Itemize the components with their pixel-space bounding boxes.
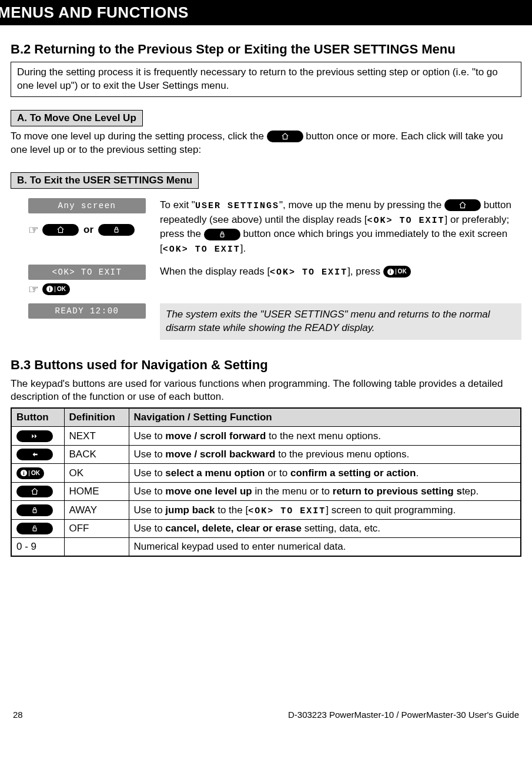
- b2-step3-left: READY 12:00: [28, 303, 146, 340]
- b2-step2-buttons: ☞ iOK: [28, 283, 146, 295]
- text: Use to: [134, 504, 166, 516]
- svg-rect-3: [33, 528, 36, 531]
- page-footer: 28 D-303223 PowerMaster-10 / PowerMaster…: [11, 710, 521, 725]
- seg-text: <OK> TO EXIT: [248, 506, 326, 516]
- cell-function: Use to move one level up in the menu or …: [129, 482, 521, 501]
- cell-function: Use to jump back to the [<OK> TO EXIT] s…: [129, 501, 521, 520]
- button-table: Button Definition Navigation / Setting F…: [11, 407, 521, 557]
- cell-button: [11, 519, 64, 538]
- b2-b-subhead: B. To Exit the USER SETTINGS Menu: [11, 172, 199, 189]
- ok-button-icon: iOK: [42, 283, 70, 295]
- col-function: Navigation / Setting Function: [129, 408, 521, 427]
- b3-heading: B.3 Buttons used for Navigation & Settin…: [11, 357, 521, 373]
- back-button-icon: [16, 449, 53, 460]
- b2-note: The system exits the "USER SETTINGS" men…: [160, 303, 521, 340]
- text-bold: move / scroll forward: [165, 430, 266, 442]
- text: Use to: [134, 449, 166, 460]
- text: To exit ": [160, 199, 195, 210]
- text: or to: [265, 467, 290, 479]
- page-header: MENUS AND FUNCTIONS: [0, 0, 532, 25]
- lcd-ready: READY 12:00: [28, 303, 146, 319]
- text-bold: move one level up: [165, 486, 252, 497]
- cell-function: Use to move / scroll forward to the next…: [129, 427, 521, 446]
- cell-function: Use to cancel, delete, clear or erase se…: [129, 519, 521, 538]
- cell-definition: BACK: [64, 445, 129, 464]
- table-row: NEXT Use to move / scroll forward to the…: [11, 427, 521, 446]
- b2-a-paragraph: To move one level up during the setting …: [11, 130, 521, 157]
- col-button: Button: [11, 408, 64, 427]
- off-button-icon: [16, 523, 53, 534]
- page-body: B.2 Returning to the Previous Step or Ex…: [0, 42, 532, 736]
- seg-text: <OK> TO EXIT: [163, 245, 240, 255]
- text-bold: select a menu option: [165, 467, 265, 479]
- text: ] screen to quit programming.: [326, 504, 456, 516]
- table-header-row: Button Definition Navigation / Setting F…: [11, 408, 521, 427]
- ok-button-icon: iOK: [16, 467, 44, 479]
- table-row: 0 - 9 Numerical keypad used to enter num…: [11, 538, 521, 557]
- cell-button: [11, 501, 64, 520]
- text: Use to: [134, 430, 166, 442]
- cell-function: Use to move / scroll backward to the pre…: [129, 445, 521, 464]
- cell-button: [11, 445, 64, 464]
- cell-definition: [64, 538, 129, 557]
- away-button-icon: [16, 504, 53, 516]
- table-row: AWAY Use to jump back to the [<OK> TO EX…: [11, 501, 521, 520]
- ok-button-icon: iOK: [383, 266, 411, 278]
- text: to the previous menu options.: [275, 449, 409, 460]
- text: Use to: [134, 467, 166, 479]
- text-bold: jump back: [165, 504, 215, 516]
- text: Use to: [134, 523, 166, 534]
- text: ].: [240, 243, 246, 254]
- cell-button: [11, 482, 64, 501]
- b2-step1-buttons: ☞ or: [28, 224, 146, 236]
- cell-button: [11, 427, 64, 446]
- b3-intro: The keypad's buttons are used for variou…: [11, 377, 521, 404]
- text: in the menu or to: [252, 486, 333, 497]
- cell-definition: OFF: [64, 519, 129, 538]
- text: setting, data, etc.: [302, 523, 380, 534]
- text: ], press: [347, 266, 383, 277]
- cell-button: iOK: [11, 464, 64, 483]
- doc-title: D-303223 PowerMaster-10 / PowerMaster-30…: [288, 710, 519, 720]
- b2-intro: During the setting process it is frequen…: [11, 62, 521, 97]
- b2-step2-left: <OK> TO EXIT ☞ iOK: [28, 265, 146, 295]
- away-button-icon: [204, 229, 240, 240]
- table-row: HOME Use to move one level up in the men…: [11, 482, 521, 501]
- text: To move one level up during the setting …: [11, 131, 267, 142]
- text-bold: confirm a setting or action: [290, 467, 416, 479]
- or-text: or: [83, 224, 93, 236]
- table-row: iOK OK Use to select a menu option or to…: [11, 464, 521, 483]
- lcd-any-screen: Any screen: [28, 198, 146, 213]
- b2-step2-text: When the display reads [<OK> TO EXIT], p…: [160, 265, 521, 295]
- text-bold: return to previous setting s: [333, 486, 462, 497]
- table-row: OFF Use to cancel, delete, clear or eras…: [11, 519, 521, 538]
- text: Use to: [134, 486, 166, 497]
- text: .: [416, 467, 419, 479]
- b2-step3-text: The system exits the "USER SETTINGS" men…: [160, 303, 521, 340]
- next-button-icon: [16, 430, 53, 442]
- cell-function: Numerical keypad used to enter numerical…: [129, 538, 521, 557]
- text: When the display reads [: [160, 266, 270, 277]
- home-button-icon: [42, 224, 79, 236]
- text: ", move up the menu by pressing the: [279, 199, 444, 210]
- text-bold: move / scroll backward: [165, 449, 275, 460]
- text: to the [: [215, 504, 248, 516]
- page-number: 28: [13, 710, 23, 720]
- text: tep.: [462, 486, 479, 497]
- seg-text: <OK> TO EXIT: [367, 216, 444, 226]
- b2-step2: <OK> TO EXIT ☞ iOK When the display read…: [28, 265, 521, 295]
- seg-text: USER SETTINGS: [195, 201, 279, 211]
- b2-step3: READY 12:00 The system exits the "USER S…: [28, 303, 521, 340]
- b2-heading: B.2 Returning to the Previous Step or Ex…: [11, 42, 521, 57]
- cell-definition: OK: [64, 464, 129, 483]
- b2-step1-text: To exit "USER SETTINGS", move up the men…: [160, 198, 521, 256]
- b2-a-subhead: A. To Move One Level Up: [11, 110, 143, 126]
- text-bold: cancel, delete, clear or erase: [165, 523, 302, 534]
- svg-rect-1: [220, 234, 224, 237]
- home-button-icon: [444, 199, 481, 211]
- cell-definition: HOME: [64, 482, 129, 501]
- home-button-icon: [267, 131, 303, 142]
- b2-step1: Any screen ☞ or To exit "USER SETTINGS",…: [28, 198, 521, 256]
- home-button-icon: [16, 486, 53, 497]
- b2-step1-left: Any screen ☞ or: [28, 198, 146, 256]
